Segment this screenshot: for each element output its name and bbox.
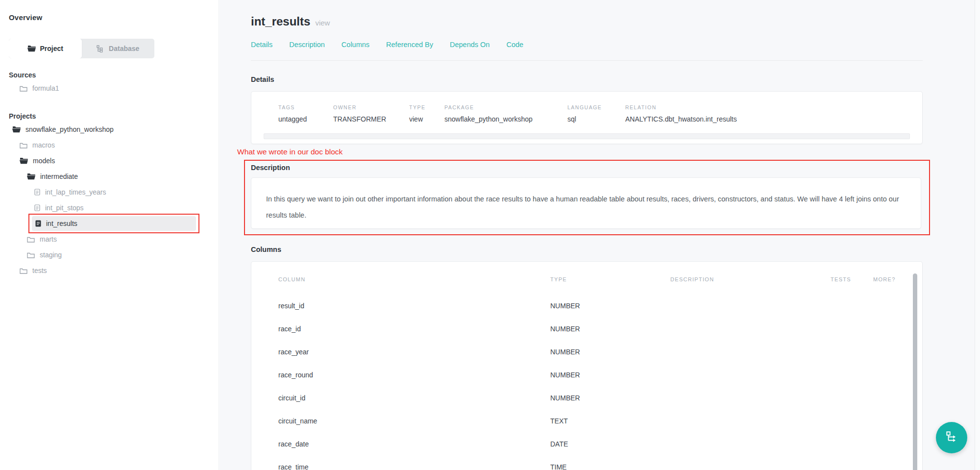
sidebar-item-label: intermediate <box>40 173 78 180</box>
cell-column-name: race_time <box>278 463 550 470</box>
cell-column-name: circuit_name <box>278 417 550 425</box>
overview-heading: Overview <box>9 13 209 22</box>
model-type-label: view <box>315 19 330 27</box>
sidebar-item-label: snowflake_python_workshop <box>25 125 114 133</box>
tab-description[interactable]: Description <box>289 41 325 49</box>
file-icon <box>34 204 40 211</box>
sidebar-item-label: int_pit_stops <box>45 204 84 212</box>
folder-icon <box>20 268 27 274</box>
tab-bar: Details Description Columns Referenced B… <box>251 41 923 49</box>
folder-icon <box>27 252 35 258</box>
page-title: int_results <box>251 15 310 28</box>
sidebar-item-macros[interactable]: macros <box>9 137 209 153</box>
sidebar-item-label: models <box>33 157 55 165</box>
detail-value-tags: untagged <box>278 115 333 123</box>
tab-columns[interactable]: Columns <box>342 41 369 49</box>
cell-column-name: race_round <box>278 371 550 379</box>
cell-column-type: NUMBER <box>550 325 670 333</box>
cell-column-name: result_id <box>278 302 550 310</box>
sidebar-item-formula1[interactable]: formula1 <box>9 80 209 96</box>
folder-open-icon <box>20 157 28 164</box>
sources-heading: Sources <box>9 71 209 79</box>
sidebar-item-intermediate[interactable]: intermediate <box>9 169 209 184</box>
detail-value-package: snowflake_python_workshop <box>444 115 567 123</box>
folder-open-icon <box>27 173 35 180</box>
cell-column-type: NUMBER <box>550 394 670 402</box>
cell-column-name: race_id <box>278 325 550 333</box>
project-toggle-button[interactable]: Project <box>9 39 82 58</box>
sidebar-item-int-lap-times-years[interactable]: int_lap_times_years <box>9 184 209 200</box>
lineage-graph-icon <box>945 430 958 445</box>
detail-label-relation: RELATION <box>625 104 907 110</box>
table-row[interactable]: race_year NUMBER <box>278 340 900 363</box>
sidebar-item-label: int_results <box>46 220 77 227</box>
columns-section-heading: Columns <box>251 246 923 253</box>
page-scrollbar[interactable] <box>975 0 980 470</box>
table-row[interactable]: race_time TIME <box>278 455 900 470</box>
folder-open-icon <box>27 45 36 52</box>
sidebar-item-marts[interactable]: marts <box>9 231 209 247</box>
detail-label-tags: TAGS <box>278 104 333 110</box>
tab-referenced-by[interactable]: Referenced By <box>386 41 433 49</box>
sidebar-item-label: int_lap_times_years <box>45 188 106 196</box>
sidebar-item-label: marts <box>40 235 57 243</box>
sidebar: Overview Project Database Sources formul… <box>0 0 218 470</box>
sidebar-item-staging[interactable]: staging <box>9 247 209 263</box>
column-header-column: COLUMN <box>278 276 550 286</box>
column-header-tests: TESTS <box>831 276 873 286</box>
details-section-heading: Details <box>251 75 923 83</box>
cell-column-type: NUMBER <box>550 302 670 310</box>
red-annotation-box-sidebar: int_results <box>28 214 199 233</box>
cell-column-name: race_date <box>278 440 550 448</box>
detail-label-language: LANGUAGE <box>567 104 625 110</box>
description-body: In this query we want to join out other … <box>266 191 906 223</box>
detail-value-owner: TRANSFORMER <box>333 115 409 123</box>
sidebar-item-label: staging <box>40 251 62 259</box>
header-divider <box>251 60 923 61</box>
table-row[interactable]: race_id NUMBER <box>278 317 900 340</box>
sidebar-item-models[interactable]: models <box>9 153 209 169</box>
table-row[interactable]: race_round NUMBER <box>278 363 900 386</box>
tab-depends-on[interactable]: Depends On <box>450 41 490 49</box>
columns-table-header: COLUMN TYPE DESCRIPTION TESTS MORE? <box>278 276 900 286</box>
table-row[interactable]: result_id NUMBER <box>278 294 900 317</box>
database-tree-icon <box>97 45 104 52</box>
detail-label-type: TYPE <box>409 104 444 110</box>
details-card: TAGS untagged OWNER TRANSFORMER TYPE vie… <box>251 91 923 144</box>
folder-icon <box>20 85 27 92</box>
detail-value-language: sql <box>567 115 625 123</box>
main-content: int_results view Details Description Col… <box>218 0 980 470</box>
table-row[interactable]: circuit_id NUMBER <box>278 386 900 409</box>
sidebar-item-snowflake-python-workshop[interactable]: snowflake_python_workshop <box>9 122 209 137</box>
database-toggle-button[interactable]: Database <box>82 39 155 58</box>
sidebar-item-label: macros <box>32 141 55 149</box>
database-toggle-label: Database <box>109 45 139 52</box>
project-toggle-label: Project <box>40 45 63 52</box>
column-header-description: DESCRIPTION <box>670 276 831 286</box>
cell-column-type: TEXT <box>550 417 670 425</box>
file-filled-icon <box>35 220 41 227</box>
sidebar-item-tests[interactable]: tests <box>9 263 209 278</box>
cell-column-name: circuit_id <box>278 394 550 402</box>
lineage-graph-button[interactable] <box>936 422 967 453</box>
detail-value-type: view <box>409 115 444 123</box>
red-annotation-box-description: Description In this query we want to joi… <box>244 160 930 235</box>
table-row[interactable]: circuit_name TEXT <box>278 409 900 432</box>
columns-vertical-scrollbar[interactable] <box>913 273 917 470</box>
folder-open-icon <box>12 126 21 133</box>
sidebar-item-label: tests <box>32 267 47 274</box>
description-section-heading: Description <box>251 164 921 172</box>
description-card: In this query we want to join out other … <box>251 177 921 229</box>
sidebar-item-int-results-selected[interactable]: int_results <box>32 216 196 231</box>
project-tree: snowflake_python_workshop macros models … <box>9 122 209 278</box>
table-row[interactable]: race_date DATE <box>278 432 900 455</box>
columns-card: COLUMN TYPE DESCRIPTION TESTS MORE? resu… <box>251 261 923 470</box>
tab-code[interactable]: Code <box>506 41 523 49</box>
details-horizontal-scrollbar[interactable] <box>264 133 910 139</box>
column-header-more: MORE? <box>873 276 900 286</box>
folder-icon <box>20 142 27 148</box>
cell-column-type: TIME <box>550 463 670 470</box>
cell-column-name: race_year <box>278 348 550 356</box>
detail-label-owner: OWNER <box>333 104 409 110</box>
tab-details[interactable]: Details <box>251 41 272 49</box>
